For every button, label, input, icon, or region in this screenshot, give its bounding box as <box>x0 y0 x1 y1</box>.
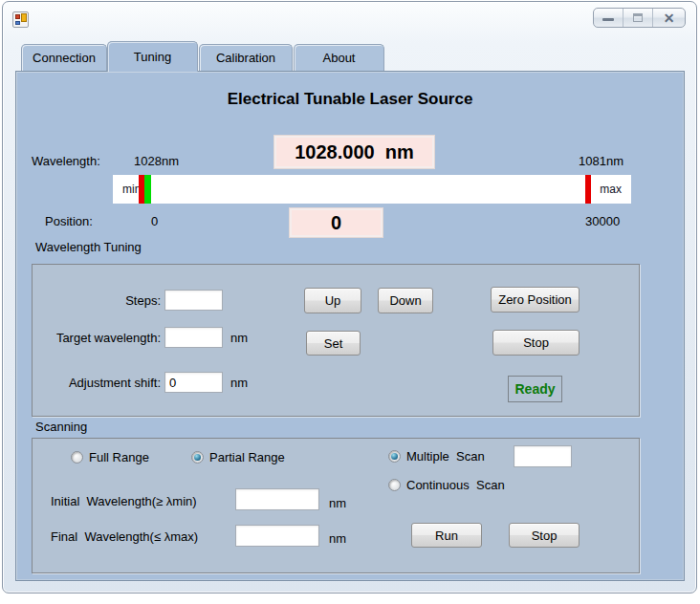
final-wavelength-input[interactable] <box>235 525 319 547</box>
tab-tuning-label: Tuning <box>134 50 171 64</box>
maximize-button[interactable] <box>623 9 653 27</box>
multiple-scan-radio[interactable]: Multiple Scan <box>388 449 485 464</box>
initial-wavelength-label: Initial Wavelength(≥ λmin) <box>51 494 197 508</box>
adjustment-unit-label: nm <box>230 376 248 390</box>
full-range-radio-icon <box>71 451 83 464</box>
window-controls: ✕ <box>593 8 686 28</box>
minimize-icon <box>602 18 614 21</box>
tab-connection-label: Connection <box>33 51 96 65</box>
application-window: ✕ Connection Tuning Calibration About El… <box>0 0 700 604</box>
scan-stop-button[interactable]: Stop <box>509 523 580 548</box>
set-button[interactable]: Set <box>306 331 361 356</box>
tuning-group-label: Wavelength Tuning <box>35 240 142 254</box>
adjustment-shift-input[interactable] <box>164 372 223 393</box>
zero-position-button[interactable]: Zero Position <box>491 287 580 313</box>
app-icon-blue-square <box>15 21 20 25</box>
slider-marker-green <box>144 175 151 204</box>
close-icon: ✕ <box>664 11 675 25</box>
scanning-group-label: Scanning <box>35 420 87 434</box>
ready-status: Ready <box>508 376 562 402</box>
partial-range-radio[interactable]: Partial Range <box>191 450 285 464</box>
tab-calibration[interactable]: Calibration <box>199 44 293 71</box>
full-range-radio[interactable]: Full Range <box>71 450 149 464</box>
position-min-value: 0 <box>151 214 158 228</box>
tab-tuning[interactable]: Tuning <box>107 41 198 72</box>
wavelength-max-value: 1081nm <box>579 154 623 168</box>
down-button[interactable]: Down <box>378 288 433 313</box>
final-wavelength-label: Final Wavelength(≤ λmax) <box>51 529 198 544</box>
initial-wavelength-input[interactable] <box>235 488 319 510</box>
tab-connection[interactable]: Connection <box>21 44 107 71</box>
minimize-button[interactable] <box>594 9 623 27</box>
page-title: Electrical Tunable Laser Source <box>15 90 685 109</box>
app-icon-red-square <box>15 14 20 19</box>
slider-marker-red-right <box>585 175 591 204</box>
steps-label: Steps: <box>77 293 161 308</box>
continuous-scan-radio[interactable]: Continuous Scan <box>388 478 505 492</box>
multiple-scan-radio-icon <box>388 450 401 463</box>
wavelength-min-value: 1028nm <box>134 154 179 168</box>
continuous-scan-radio-icon <box>388 479 401 491</box>
wavelength-display: 1028.000 nm <box>274 136 434 168</box>
steps-input[interactable] <box>164 290 223 311</box>
wavelength-slider: min max <box>113 175 631 204</box>
app-icon <box>12 11 29 28</box>
partial-range-radio-icon <box>191 451 204 464</box>
wavelength-label: Wavelength: <box>32 154 100 168</box>
partial-range-label: Partial Range <box>209 450 285 464</box>
maximize-icon <box>633 13 643 22</box>
tab-calibration-label: Calibration <box>216 51 275 65</box>
run-button[interactable]: Run <box>411 523 482 548</box>
slider-max-label: max <box>600 175 622 204</box>
close-button[interactable]: ✕ <box>653 9 685 27</box>
position-max-value: 30000 <box>585 214 620 228</box>
target-wavelength-label: Target wavelength: <box>43 331 161 345</box>
multiple-scan-label: Multiple Scan <box>406 449 485 464</box>
tab-about-label: About <box>323 51 356 65</box>
final-unit-label: nm <box>329 531 346 546</box>
multiple-scan-input[interactable] <box>514 445 572 467</box>
position-display: 0 <box>290 208 383 237</box>
adjustment-shift-label: Adjustment shift: <box>57 376 161 390</box>
app-icon-orange-square <box>21 13 27 22</box>
target-wavelength-input[interactable] <box>164 327 223 348</box>
initial-unit-label: nm <box>329 496 346 510</box>
position-label: Position: <box>45 214 93 228</box>
target-unit-label: nm <box>230 331 248 345</box>
full-range-label: Full Range <box>89 450 149 464</box>
continuous-scan-label: Continuous Scan <box>406 478 505 492</box>
tab-about[interactable]: About <box>294 44 384 71</box>
up-button[interactable]: Up <box>304 288 361 313</box>
tuning-stop-button[interactable]: Stop <box>492 330 580 356</box>
